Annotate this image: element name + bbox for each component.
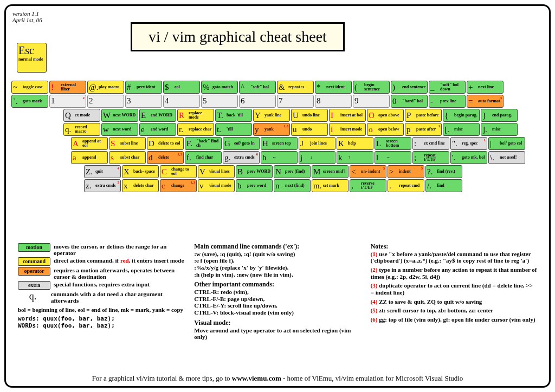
esc-char: Esc: [18, 44, 45, 57]
key-~: ~toggle case: [11, 81, 48, 94]
key-3: 3: [125, 95, 162, 108]
key-h: h←: [261, 151, 298, 164]
key-C: Cchange to eol: [160, 165, 197, 178]
key-}: }end parag.: [481, 109, 518, 122]
key-k: k↑: [337, 151, 373, 164]
footer: For a graphical vi/vim tutorial & more t…: [6, 374, 549, 383]
key-z.: z.extra cmds5: [84, 179, 121, 192]
key-L: Lscreen bottom: [375, 137, 411, 150]
key-1: 12: [49, 95, 86, 108]
key-y: yyank1,3: [253, 123, 290, 136]
key-(: (begin sentence: [353, 81, 390, 94]
key-E: Eend WORD: [139, 109, 176, 122]
key-].: ].misc: [481, 123, 518, 136]
key-b: bprev word: [236, 179, 273, 192]
version-block: version 1.1 April 1st, 06: [12, 10, 543, 23]
key-9: 9: [353, 95, 390, 108]
key-S: Ssubst line: [109, 137, 146, 150]
keyboard: ~toggle case!external filter@.play macro…: [11, 81, 544, 193]
cheat-sheet: version 1.1 April 1st, 06 vi / vim graph…: [4, 4, 551, 388]
key-f.: f.find char: [185, 151, 222, 164]
key-H: Hscreen top: [261, 137, 298, 150]
key-*: *next ident: [315, 81, 352, 94]
key-5: 5: [201, 95, 238, 108]
key-x: xdelete char: [122, 179, 159, 192]
key-c: cchange1,3: [160, 179, 197, 192]
key-4: 4: [163, 95, 200, 108]
key-,: ,reverse t/T/f/F: [350, 179, 386, 192]
key-V: Vvisual lines: [198, 165, 235, 178]
key-?.: ?.find (rev.): [425, 165, 462, 178]
key-'.: '.goto mk. bol: [450, 151, 487, 164]
key-B: Bprev WORD: [236, 165, 273, 178]
footer-link: www.viemu.com: [232, 374, 281, 382]
key-;: ;repeat t/T/f/F: [412, 151, 449, 164]
key-8: 8: [315, 95, 352, 108]
key-#: #prev ident: [125, 81, 162, 94]
key-e: eend word: [139, 123, 176, 136]
key-K: Khelp: [337, 137, 373, 150]
key-s: ssubst char: [109, 151, 146, 164]
key-Q: Qex mode: [63, 109, 100, 122]
key-p: ppaste after1: [405, 123, 442, 136]
key-I: Iinsert at bol: [329, 109, 366, 122]
key-A: Aappend at eol: [71, 137, 108, 150]
key-$: $eol: [163, 81, 200, 94]
key-X: Xback- space: [122, 165, 159, 178]
key-2: 2: [87, 95, 124, 108]
key-!: !external filter: [49, 81, 86, 94]
footer-text2: - home of ViEmu, vi/vim emulation for Mi…: [281, 374, 463, 382]
key-d: ddelete1,3: [147, 151, 184, 164]
key-T.: T.back 'till: [215, 109, 252, 122]
key-j: j↓: [299, 151, 335, 164]
key-+: +next line: [467, 81, 504, 94]
key-Y: Yyank line: [253, 109, 290, 122]
key-7: 7: [277, 95, 314, 108]
key-".: ".reg. spec1: [450, 137, 487, 150]
key-:: :ex cmd line: [412, 137, 449, 150]
key-t.: t.'till: [215, 123, 252, 136]
esc-label: normal mode: [18, 57, 45, 62]
key->: >indent3: [388, 165, 424, 178]
key-N: Nprev (find): [274, 165, 311, 178]
key-W: Wnext WORD: [101, 109, 138, 122]
key-<: <un- indent3: [350, 165, 386, 178]
key-@.: @.play macro: [87, 81, 124, 94]
key-g.: g.extra cmds6: [223, 151, 260, 164]
title: vi / vim graphical cheat sheet: [131, 22, 345, 51]
key-{: {begin parag.: [443, 109, 480, 122]
key-&: &repeat :s: [277, 81, 314, 94]
bottom-section: motionmoves the cursor, or defines the r…: [18, 243, 537, 341]
key-D: Ddelete to eol: [147, 137, 184, 150]
key-|: |bol/ goto col: [488, 137, 525, 150]
key--: -prev line: [429, 95, 466, 108]
key-l: l→: [375, 151, 411, 164]
key-\.: \.not used!: [488, 151, 525, 164]
key-w: wnext word: [101, 123, 138, 136]
key-Z.: Z.quit4: [84, 165, 121, 178]
key-q.: q.record macro: [63, 123, 100, 136]
key-R: Rreplace mode: [177, 109, 214, 122]
footer-text: For a graphical vi/vim tutorial & more t…: [92, 374, 232, 382]
version-line: version 1.1: [12, 10, 543, 17]
esc-key: Esc normal mode: [17, 43, 47, 73]
key-^: ^"soft" bol: [239, 81, 276, 94]
commands-col: Main command line commands ('ex'): :w (s…: [194, 243, 360, 341]
key-0: 0"hard" bol: [391, 95, 428, 108]
key-U: Uundo line: [291, 109, 328, 122]
key-[.: [.misc: [443, 123, 480, 136]
key-G: Geof/ goto ln: [223, 137, 260, 150]
key-i: iinsert mode: [329, 123, 366, 136]
legend-col: motionmoves the cursor, or defines the r…: [18, 243, 184, 341]
key-u: uundo: [291, 123, 328, 136]
key-n: nnext (find): [274, 179, 311, 192]
key-F.: F."back" find ch: [185, 137, 222, 150]
notes-col: Notes:(1) use "x before a yank/paste/del…: [371, 243, 537, 341]
key-r.: r.replace char: [177, 123, 214, 136]
key-/.: /.find: [425, 179, 462, 192]
key-v: vvisual mode: [198, 179, 235, 192]
key-m.: m.set mark: [312, 179, 349, 192]
key-a: aappend: [71, 151, 108, 164]
key-J: Jjoin lines: [299, 137, 335, 150]
key-`.: `.goto mark: [11, 95, 48, 108]
